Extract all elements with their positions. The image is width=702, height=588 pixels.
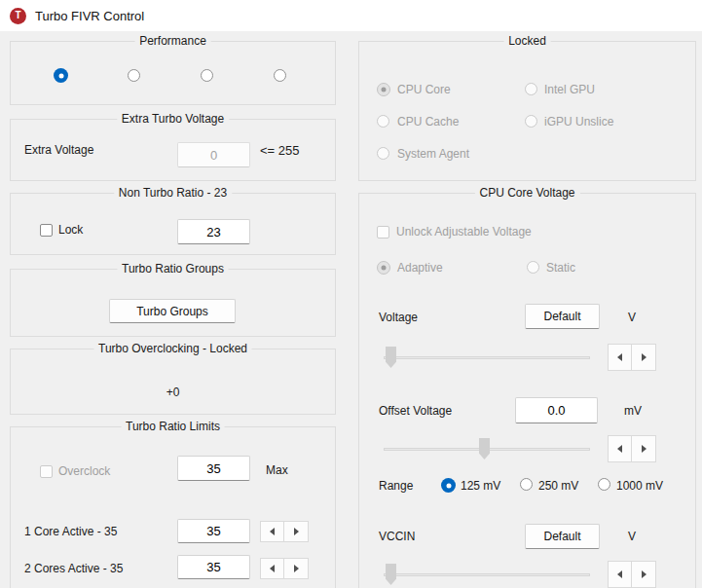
- core1-spin-up-button[interactable]: [284, 521, 309, 542]
- voltage-unit: V: [628, 311, 636, 325]
- voltage-spin-up-button[interactable]: [632, 344, 656, 371]
- core2-input[interactable]: 35: [177, 555, 250, 579]
- static-radio-label: Static: [546, 261, 575, 276]
- turbo-fivr-window: T Turbo FIVR Control Performance Extra T…: [0, 0, 702, 588]
- spin-right-icon: [642, 570, 647, 578]
- offset-voltage-label: Offset Voltage: [379, 404, 452, 419]
- performance-radio-2[interactable]: [128, 69, 140, 82]
- spin-left-icon: [617, 570, 622, 578]
- offset-voltage-unit: mV: [624, 404, 642, 419]
- vccin-default-button[interactable]: Default: [525, 524, 600, 549]
- voltage-slider-track[interactable]: [384, 356, 590, 359]
- voltage-spinner: [608, 344, 656, 371]
- unlock-adjustable-voltage-checkbox[interactable]: [377, 226, 389, 239]
- locked-group: Locked CPU Core Intel GPU CPU Cache iGPU…: [358, 41, 696, 181]
- vccin-spin-up-button[interactable]: [632, 561, 656, 588]
- cpu-core-voltage-group-label: CPU Core Voltage: [474, 186, 579, 201]
- non-turbo-ratio-group-label: Non Turbo Ratio - 23: [114, 186, 232, 201]
- range-radio-1000mv-label[interactable]: 1000 mV: [616, 479, 663, 494]
- turbo-ratio-limits-group: Turbo Ratio Limits Overclock 35 Max 1 Co…: [10, 426, 336, 588]
- locked-radio-cpu-cache-label: CPU Cache: [397, 115, 459, 129]
- spin-right-icon: [642, 353, 647, 361]
- spin-left-icon: [270, 565, 275, 572]
- turbo-overclocking-value: +0: [11, 386, 335, 400]
- core2-spin-up-button[interactable]: [284, 558, 309, 579]
- locked-radio-cpu-core[interactable]: [377, 83, 390, 96]
- offset-voltage-input[interactable]: 0.0: [515, 397, 598, 423]
- offset-spin-up-button[interactable]: [632, 435, 656, 462]
- range-label: Range: [379, 479, 413, 494]
- vccin-slider-thumb[interactable]: [386, 564, 396, 585]
- range-radio-1000mv[interactable]: [598, 478, 610, 491]
- turbo-overclocking-group: Turbo Overclocking - Locked +0: [10, 349, 336, 415]
- window-title: Turbo FIVR Control: [35, 9, 144, 23]
- offset-spinner: [608, 435, 656, 462]
- locked-radio-intel-gpu-label: Intel GPU: [544, 83, 595, 97]
- vccin-slider-track[interactable]: [384, 573, 590, 576]
- performance-group-label: Performance: [134, 34, 211, 49]
- core2-spinner: [260, 558, 309, 579]
- vccin-spin-down-button[interactable]: [608, 561, 632, 588]
- turbo-ratio-groups-group: Turbo Ratio Groups Turbo Groups: [10, 269, 336, 337]
- adaptive-radio-label: Adaptive: [397, 261, 443, 276]
- range-radio-250mv-label[interactable]: 250 mV: [538, 479, 578, 494]
- spin-left-icon: [617, 445, 622, 453]
- extra-voltage-limit: <= 255: [260, 143, 300, 158]
- locked-radio-igpu-unslice[interactable]: [525, 115, 537, 128]
- unlock-adjustable-voltage-label: Unlock Adjustable Voltage: [396, 225, 532, 239]
- performance-radio-3[interactable]: [201, 69, 213, 82]
- extra-turbo-voltage-group: Extra Turbo Voltage Extra Voltage 0 <= 2…: [10, 119, 336, 181]
- locked-radio-intel-gpu[interactable]: [525, 83, 537, 95]
- voltage-spin-down-button[interactable]: [608, 344, 632, 371]
- performance-group: Performance: [10, 41, 336, 105]
- non-turbo-ratio-group: Non Turbo Ratio - 23 Lock 23: [10, 193, 336, 255]
- vccin-label: VCCIN: [379, 530, 415, 544]
- range-radio-125mv[interactable]: [441, 478, 456, 493]
- voltage-slider-thumb[interactable]: [386, 347, 396, 368]
- performance-radio-1[interactable]: [54, 68, 68, 83]
- vccin-unit: V: [628, 530, 636, 544]
- spin-right-icon: [642, 445, 647, 453]
- lock-checkbox-label[interactable]: Lock: [58, 223, 83, 238]
- locked-radio-cpu-cache[interactable]: [377, 115, 389, 128]
- turbo-ratio-groups-group-label: Turbo Ratio Groups: [117, 262, 229, 276]
- cpu-core-voltage-group: CPU Core Voltage Unlock Adjustable Volta…: [358, 193, 696, 588]
- locked-radio-system-agent[interactable]: [377, 147, 389, 160]
- extra-voltage-label: Extra Voltage: [24, 143, 93, 158]
- spin-right-icon: [294, 565, 299, 572]
- vccin-spinner: [608, 561, 656, 588]
- offset-spin-down-button[interactable]: [608, 435, 632, 462]
- locked-group-label: Locked: [503, 34, 551, 49]
- max-label: Max: [266, 463, 288, 478]
- voltage-label: Voltage: [379, 311, 418, 325]
- lock-checkbox[interactable]: [40, 224, 53, 237]
- performance-radio-4[interactable]: [274, 69, 286, 82]
- turbo-max-input[interactable]: 35: [177, 456, 250, 481]
- app-icon: T: [10, 8, 26, 24]
- turbo-overclocking-group-label: Turbo Overclocking - Locked: [93, 342, 252, 356]
- core2-spin-down-button[interactable]: [260, 558, 284, 579]
- adaptive-radio[interactable]: [377, 261, 390, 275]
- non-turbo-ratio-input[interactable]: 23: [177, 219, 250, 244]
- turbo-groups-button[interactable]: Turbo Groups: [109, 299, 236, 323]
- extra-turbo-voltage-group-label: Extra Turbo Voltage: [117, 112, 229, 127]
- core1-spin-down-button[interactable]: [260, 521, 284, 542]
- title-bar: T Turbo FIVR Control: [0, 0, 702, 31]
- locked-radio-cpu-core-label: CPU Core: [397, 83, 451, 97]
- turbo-ratio-limits-group-label: Turbo Ratio Limits: [121, 420, 225, 434]
- core1-input[interactable]: 35: [177, 519, 250, 543]
- spin-right-icon: [294, 528, 299, 535]
- core1-spinner: [260, 521, 309, 542]
- locked-radio-igpu-unslice-label: iGPU Unslice: [544, 115, 613, 129]
- range-radio-250mv[interactable]: [520, 478, 533, 491]
- voltage-default-button[interactable]: Default: [525, 304, 600, 329]
- spin-left-icon: [270, 528, 275, 535]
- overclock-checkbox[interactable]: [40, 465, 53, 478]
- static-radio[interactable]: [527, 261, 539, 274]
- core2-label: 2 Cores Active - 35: [24, 562, 123, 576]
- overclock-checkbox-label: Overclock: [58, 464, 110, 479]
- extra-voltage-input[interactable]: 0: [177, 142, 250, 167]
- range-radio-125mv-label[interactable]: 125 mV: [461, 479, 500, 494]
- spin-left-icon: [617, 353, 622, 361]
- offset-slider-thumb[interactable]: [479, 438, 490, 459]
